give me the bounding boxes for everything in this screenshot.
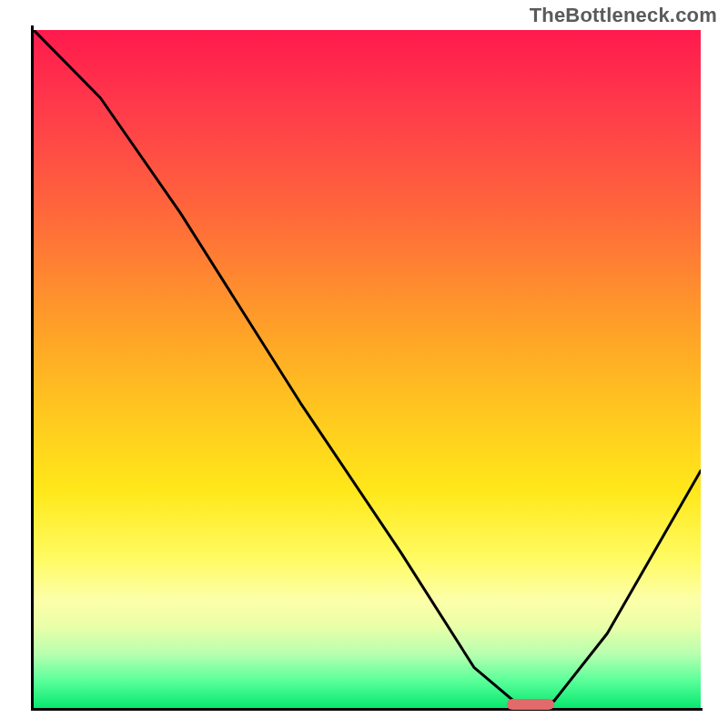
- plot-area: [34, 30, 701, 708]
- x-axis: [31, 708, 703, 711]
- optimal-marker: [507, 699, 553, 710]
- bottleneck-curve: [34, 30, 701, 708]
- watermark-text: TheBottleneck.com: [530, 4, 717, 27]
- chart-frame: TheBottleneck.com: [0, 0, 728, 728]
